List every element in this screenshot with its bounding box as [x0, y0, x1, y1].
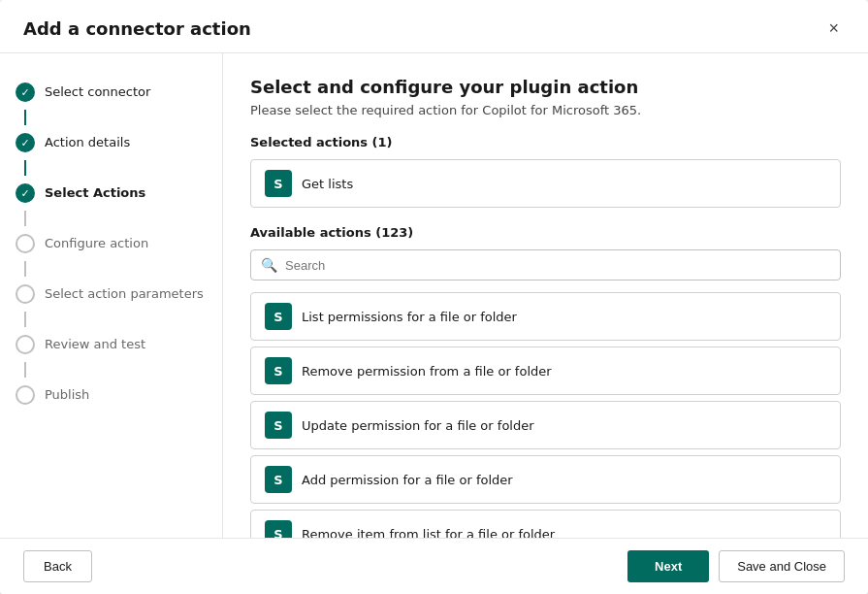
list-item[interactable]: SList permissions for a file or folder [250, 292, 841, 341]
step-connector-0 [24, 110, 26, 125]
selected-action-icon-letter: S [273, 177, 282, 191]
search-icon: 🔍 [261, 257, 277, 273]
step-line-configure-action [16, 234, 35, 253]
step-label-configure-action: Configure action [45, 234, 148, 252]
content-title: Select and configure your plugin action [250, 77, 841, 97]
list-item[interactable]: SUpdate permission for a file or folder [250, 401, 841, 449]
list-item[interactable]: SAdd permission for a file or folder [250, 455, 841, 504]
step-connector-3 [24, 261, 26, 277]
action-icon-2: S [265, 412, 292, 439]
step-circle-inactive-publish [16, 385, 35, 405]
step-circle-completed-action-details: ✓ [16, 133, 35, 152]
action-label-0: List permissions for a file or folder [302, 310, 517, 324]
selected-action-label: Get lists [302, 177, 353, 191]
step-circle-inactive-select-action-parameters [16, 284, 35, 304]
footer-right: Next Save and Close [627, 550, 845, 582]
connector-row-3 [0, 259, 222, 279]
available-actions-label: Available actions (123) [250, 225, 841, 240]
available-actions-list: SList permissions for a file or folderSR… [250, 292, 841, 538]
modal-header: Add a connector action × [0, 0, 868, 53]
step-circle-active-select-actions: ✓ [16, 183, 35, 203]
step-label-select-actions: Select Actions [45, 183, 145, 202]
connector-row-0 [0, 108, 222, 127]
step-circle-inactive-configure-action [16, 234, 35, 253]
modal-body: ✓Select connector✓Action details✓Select … [0, 53, 868, 538]
step-line-publish [16, 385, 35, 405]
modal-container: Add a connector action × ✓Select connect… [0, 0, 868, 594]
back-button[interactable]: Back [23, 550, 92, 582]
sidebar-item-select-action-parameters: Select action parameters [0, 279, 222, 310]
action-icon-4: S [265, 520, 292, 538]
next-button[interactable]: Next [627, 550, 709, 582]
step-connector-2 [24, 211, 26, 226]
sidebar: ✓Select connector✓Action details✓Select … [0, 53, 223, 538]
action-icon-1: S [265, 357, 292, 384]
connector-row-1 [0, 158, 222, 178]
step-line-select-connector: ✓ [16, 82, 35, 102]
step-connector-1 [24, 160, 26, 176]
action-icon-0: S [265, 303, 292, 330]
selected-action-icon: S [265, 170, 292, 197]
list-item[interactable]: SRemove item from list for a file or fol… [250, 510, 841, 538]
step-label-action-details: Action details [45, 133, 130, 151]
save-close-button[interactable]: Save and Close [719, 550, 845, 582]
action-label-1: Remove permission from a file or folder [302, 364, 552, 379]
search-box: 🔍 [250, 249, 841, 280]
sidebar-item-publish: Publish [0, 380, 222, 411]
selected-actions-label: Selected actions (1) [250, 135, 841, 149]
action-label-3: Add permission for a file or folder [302, 473, 513, 487]
step-circle-inactive-review-and-test [16, 335, 35, 354]
step-line-select-action-parameters [16, 284, 35, 304]
modal-footer: Back Next Save and Close [0, 538, 868, 594]
action-label-2: Update permission for a file or folder [302, 418, 534, 433]
connector-row-4 [0, 310, 222, 329]
step-circle-completed-select-connector: ✓ [16, 82, 35, 102]
search-input[interactable] [285, 258, 830, 273]
step-line-select-actions: ✓ [16, 183, 35, 203]
selected-action-card: S Get lists [250, 159, 841, 208]
sidebar-item-select-connector[interactable]: ✓Select connector [0, 77, 222, 108]
content-subtitle: Please select the required action for Co… [250, 103, 841, 117]
connector-row-2 [0, 209, 222, 228]
sidebar-item-configure-action: Configure action [0, 228, 222, 259]
step-connector-4 [24, 312, 26, 327]
step-label-select-connector: Select connector [45, 82, 150, 101]
step-label-review-and-test: Review and test [45, 335, 145, 353]
step-label-publish: Publish [45, 385, 89, 404]
sidebar-item-action-details[interactable]: ✓Action details [0, 127, 222, 158]
list-item[interactable]: SRemove permission from a file or folder [250, 346, 841, 395]
step-label-select-action-parameters: Select action parameters [45, 284, 204, 303]
action-icon-3: S [265, 466, 292, 493]
step-line-action-details: ✓ [16, 133, 35, 152]
close-button[interactable]: × [822, 17, 845, 39]
action-label-4: Remove item from list for a file or fold… [302, 527, 555, 539]
main-content: Select and configure your plugin action … [223, 53, 868, 538]
sidebar-item-select-actions[interactable]: ✓Select Actions [0, 178, 222, 209]
connector-row-5 [0, 360, 222, 380]
step-line-review-and-test [16, 335, 35, 354]
sidebar-item-review-and-test: Review and test [0, 329, 222, 360]
step-connector-5 [24, 362, 26, 378]
modal-title: Add a connector action [23, 18, 251, 39]
